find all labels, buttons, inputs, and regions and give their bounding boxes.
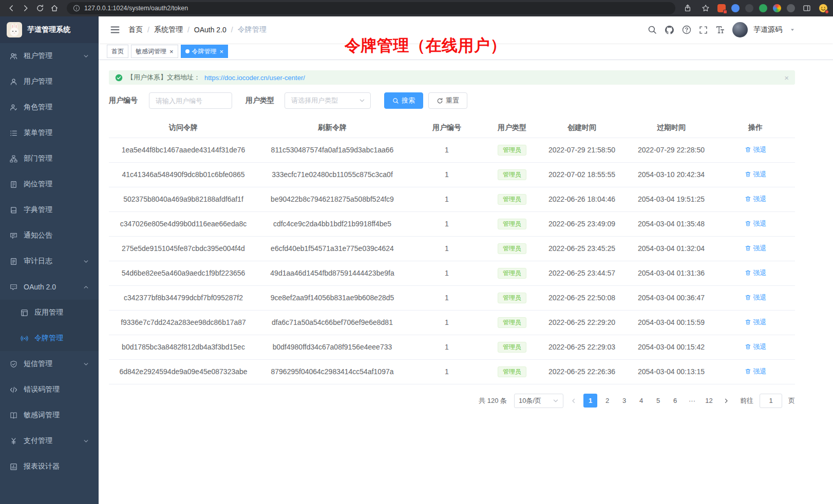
force-logout-button[interactable]: 强退: [745, 268, 767, 278]
split-view-icon[interactable]: [801, 2, 813, 14]
page-button-1[interactable]: 1: [583, 394, 597, 408]
force-logout-button[interactable]: 强退: [745, 170, 767, 179]
reset-button[interactable]: 重置: [428, 92, 467, 109]
user-type-badge: 管理员: [498, 243, 526, 254]
force-logout-button[interactable]: 强退: [745, 367, 767, 376]
force-logout-button[interactable]: 强退: [745, 145, 767, 154]
extension-icon[interactable]: [731, 4, 740, 12]
share-icon[interactable]: [681, 2, 694, 14]
user-icon: [10, 78, 17, 86]
page-button-4[interactable]: 4: [634, 394, 648, 408]
browser-refresh-icon[interactable]: [34, 2, 46, 14]
search-icon[interactable]: [648, 25, 657, 34]
close-icon[interactable]: ×: [220, 48, 224, 55]
sidebar-item-report[interactable]: 报表设计器: [0, 454, 99, 479]
page-button-2[interactable]: 2: [600, 394, 614, 408]
user-id-cell: 1: [407, 261, 487, 285]
browser-home-icon[interactable]: [48, 2, 61, 14]
sidebar-item-token[interactable]: 令牌管理: [0, 325, 99, 351]
site-info-icon[interactable]: [73, 5, 80, 12]
page-size-select[interactable]: 10条/页: [514, 394, 563, 408]
doc-alert: 【用户体系】文档地址： https://doc.iocoder.cn/user-…: [109, 70, 795, 85]
page-button-5[interactable]: 5: [651, 394, 665, 408]
page-button-3[interactable]: 3: [617, 394, 631, 408]
hamburger-icon[interactable]: [106, 25, 124, 35]
avatar[interactable]: [732, 22, 748, 37]
next-page-button[interactable]: [719, 394, 733, 408]
extension-icon[interactable]: [773, 4, 781, 12]
breadcrumb-item[interactable]: 首页: [128, 25, 143, 34]
browser-back-icon[interactable]: [5, 2, 17, 14]
sidebar-item-audit[interactable]: 审计日志: [0, 248, 99, 274]
extension-icon[interactable]: [759, 4, 767, 12]
expire-time-cell: 2054-03-04 01:32:04: [627, 236, 716, 261]
sms-icon: [10, 360, 17, 368]
sidebar-item-dict[interactable]: 字典管理: [0, 197, 99, 223]
create-time-cell: 2022-06-25 23:44:57: [537, 261, 627, 285]
github-icon[interactable]: [665, 25, 674, 35]
profile-badge: [825, 10, 829, 14]
tab-sensitive-word[interactable]: 敏感词管理×: [131, 45, 178, 58]
sidebar-item-menu[interactable]: 菜单管理: [0, 120, 99, 146]
expire-time-cell: 2054-03-04 00:15:42: [627, 335, 716, 359]
extension-icon[interactable]: [745, 4, 753, 12]
chevron-down-icon[interactable]: [790, 27, 795, 32]
goto-page-input[interactable]: [760, 394, 782, 408]
force-logout-button[interactable]: 强退: [745, 293, 767, 302]
more-pages-button[interactable]: ···: [685, 394, 699, 408]
tab-token[interactable]: 令牌管理×: [181, 45, 229, 58]
sidebar-item-pay[interactable]: 支付管理: [0, 428, 99, 454]
audit-icon: [10, 258, 17, 265]
prev-page-button[interactable]: [566, 394, 580, 408]
username[interactable]: 芋道源码: [753, 25, 782, 34]
user-id-cell: 1: [407, 285, 487, 310]
extension-icon[interactable]: [717, 4, 726, 12]
table-row: c342377bf8b344799dcbf7bf095287f29ce8ef2a…: [109, 285, 795, 310]
sidebar-item-post[interactable]: 岗位管理: [0, 171, 99, 197]
sidebar-item-user[interactable]: 用户管理: [0, 69, 99, 94]
browser-chrome: 127.0.0.1:1024/system/oauth2/token: [0, 0, 833, 16]
breadcrumb-item[interactable]: OAuth 2.0: [194, 26, 226, 34]
sidebar-item-errcode[interactable]: 错误码管理: [0, 377, 99, 402]
sidebar-item-sensitive[interactable]: 敏感词管理: [0, 402, 99, 428]
extension-icon[interactable]: [787, 4, 795, 12]
trash-icon: [745, 171, 751, 178]
sidebar-item-oauth[interactable]: OAuth 2.0: [0, 274, 99, 300]
page-button-6[interactable]: 6: [668, 394, 682, 408]
table-row: 6d842e2924594de9a09e45e087323abe8796295f…: [109, 359, 795, 384]
access-token-cell: 54d6be82ee5a460a9aedc1f9bf223656: [109, 261, 258, 285]
alert-close-icon[interactable]: ×: [784, 73, 789, 82]
sidebar-item-sms[interactable]: 短信管理: [0, 351, 99, 377]
goto-label: 前往: [740, 396, 753, 405]
help-icon[interactable]: [682, 25, 691, 34]
font-size-icon[interactable]: [715, 25, 725, 34]
close-icon[interactable]: ×: [169, 48, 174, 55]
sidebar-item-dept[interactable]: 部门管理: [0, 146, 99, 171]
user-type-select[interactable]: 请选择用户类型: [285, 92, 371, 109]
sidebar-item-label: OAuth 2.0: [24, 283, 56, 291]
user-id-input[interactable]: [149, 92, 232, 109]
fullscreen-icon[interactable]: [699, 26, 708, 34]
user-type-cell: 管理员: [487, 138, 537, 162]
force-logout-button[interactable]: 强退: [745, 195, 767, 204]
force-logout-button[interactable]: 强退: [745, 244, 767, 253]
sidebar-item-app[interactable]: 应用管理: [0, 300, 99, 325]
breadcrumb-item[interactable]: 系统管理: [154, 25, 183, 34]
browser-forward-icon[interactable]: [20, 2, 32, 14]
browser-address-bar[interactable]: 127.0.0.1:1024/system/oauth2/token: [67, 2, 675, 14]
doc-link[interactable]: https://doc.iocoder.cn/user-center/: [204, 74, 305, 82]
sidebar-item-label: 支付管理: [24, 436, 52, 445]
force-logout-button[interactable]: 强退: [745, 219, 767, 228]
sidebar-item-role[interactable]: 角色管理: [0, 94, 99, 120]
force-logout-button[interactable]: 强退: [745, 342, 767, 352]
search-button[interactable]: 搜索: [384, 92, 423, 109]
sidebar-item-tenant[interactable]: 租户管理: [0, 43, 99, 69]
page-button-12[interactable]: 12: [702, 394, 716, 408]
browser-profile-avatar[interactable]: [819, 4, 828, 13]
bookmark-star-icon[interactable]: [699, 2, 712, 14]
notice-icon: [10, 232, 17, 240]
sidebar-item-notice[interactable]: 通知公告: [0, 223, 99, 248]
force-logout-button[interactable]: 强退: [745, 318, 767, 327]
tab-home[interactable]: 首页: [107, 45, 128, 58]
sidebar-item-label: 敏感词管理: [24, 411, 60, 420]
